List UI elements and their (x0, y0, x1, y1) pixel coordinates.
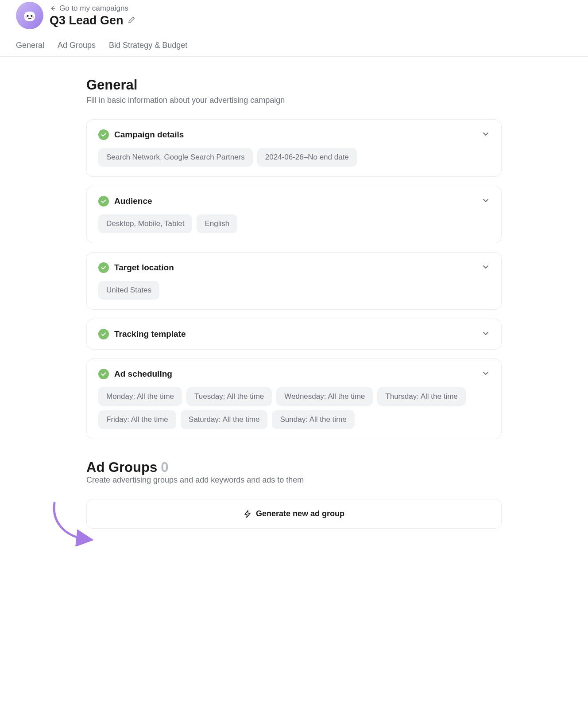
card-header-tracking-template[interactable]: Tracking template (98, 329, 490, 339)
main-content: General Fill in basic information about … (86, 57, 502, 546)
tab-ad-groups[interactable]: Ad Groups (58, 41, 96, 56)
card-title: Tracking template (114, 329, 476, 339)
svg-point-1 (27, 15, 29, 17)
chip: Monday: All the time (98, 387, 182, 406)
chip: Tuesday: All the time (186, 387, 272, 406)
svg-point-4 (32, 16, 34, 18)
check-icon (98, 262, 109, 273)
tab-bar: General Ad Groups Bid Strategy & Budget (0, 29, 588, 57)
chip: Sunday: All the time (272, 410, 354, 429)
card-header-campaign-details[interactable]: Campaign details (98, 129, 490, 140)
chip: Saturday: All the time (181, 410, 268, 429)
chevron-down-icon (482, 369, 490, 379)
chevron-down-icon (482, 329, 490, 339)
chevron-down-icon (482, 130, 490, 140)
card-title: Ad scheduling (114, 369, 476, 379)
card-title: Target location (114, 263, 476, 273)
chip: English (197, 214, 237, 233)
card-header-ad-scheduling[interactable]: Ad scheduling (98, 369, 490, 379)
generate-ad-group-button[interactable]: Generate new ad group (86, 499, 502, 529)
campaign-title: Q3 Lead Gen (50, 14, 124, 27)
card-campaign-details: Campaign details Search Network, Google … (86, 119, 502, 177)
page-header: Go to my campaigns Q3 Lead Gen (0, 0, 588, 29)
edit-title-button[interactable] (128, 16, 136, 25)
bolt-icon (244, 510, 251, 518)
chip: United States (98, 281, 159, 300)
chevron-down-icon (482, 263, 490, 273)
card-target-location: Target location United States (86, 252, 502, 310)
avatar-icon (20, 6, 39, 25)
chip: Thursday: All the time (377, 387, 465, 406)
back-link-label: Go to my campaigns (59, 4, 128, 13)
check-icon (98, 369, 109, 379)
card-header-target-location[interactable]: Target location (98, 262, 490, 273)
card-ad-scheduling: Ad scheduling Monday: All the time Tuesd… (86, 358, 502, 439)
tab-general[interactable]: General (16, 41, 44, 56)
card-tracking-template: Tracking template (86, 319, 502, 350)
chip: 2024-06-26–No end date (257, 148, 357, 167)
card-title: Campaign details (114, 130, 476, 140)
check-icon (98, 196, 109, 206)
chip: Friday: All the time (98, 410, 176, 429)
campaign-avatar (16, 2, 43, 29)
svg-point-3 (25, 16, 27, 18)
generate-button-label: Generate new ad group (256, 509, 344, 518)
back-to-campaigns-link[interactable]: Go to my campaigns (50, 4, 136, 13)
check-icon (98, 129, 109, 140)
chip: Wednesday: All the time (276, 387, 373, 406)
ad-groups-count: 0 (161, 460, 168, 475)
chevron-down-icon (482, 196, 490, 206)
tab-bid-strategy[interactable]: Bid Strategy & Budget (109, 41, 187, 56)
ad-groups-subtitle: Create advertising groups and add keywor… (86, 475, 502, 485)
ad-groups-heading: Ad Groups 0 (86, 460, 502, 475)
card-audience: Audience Desktop, Mobile, Tablet English (86, 186, 502, 243)
general-section-title: General (86, 77, 502, 93)
chip: Desktop, Mobile, Tablet (98, 214, 192, 233)
svg-point-2 (31, 15, 32, 17)
ad-groups-title: Ad Groups (86, 460, 157, 475)
check-icon (98, 329, 109, 339)
card-title: Audience (114, 196, 476, 206)
pencil-icon (128, 16, 136, 23)
general-section-subtitle: Fill in basic information about your adv… (86, 96, 502, 105)
arrow-left-icon (50, 5, 56, 12)
chip: Search Network, Google Search Partners (98, 148, 253, 167)
card-header-audience[interactable]: Audience (98, 196, 490, 206)
